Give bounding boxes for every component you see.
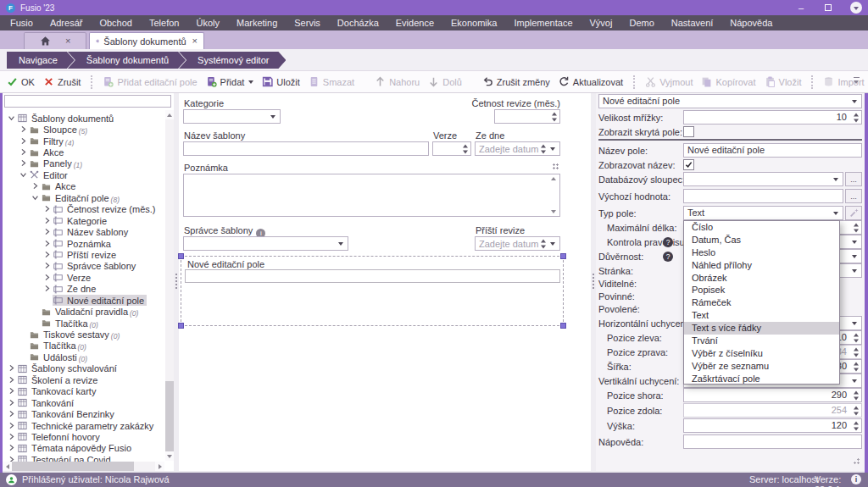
prop-text-input[interactable]: [683, 189, 843, 203]
designer-field-input[interactable]: [185, 269, 560, 283]
spinner-icon[interactable]: [854, 333, 859, 342]
ellipsis-button[interactable]: ...: [845, 189, 862, 203]
tree-vertical-scrollbar[interactable]: [165, 110, 174, 461]
menu-item[interactable]: Obchod: [91, 15, 141, 30]
nazev-sablony-input[interactable]: [183, 141, 429, 156]
tree-item[interactable]: Události(0): [3, 351, 164, 362]
chevron-right-icon[interactable]: [43, 285, 53, 293]
resize-grip-icon[interactable]: [553, 163, 559, 169]
chevron-right-icon[interactable]: [8, 364, 17, 373]
resize-grip-icon[interactable]: [854, 458, 860, 464]
minimize-button[interactable]: –: [788, 0, 814, 15]
tree-item[interactable]: Verze: [3, 272, 164, 283]
tree-item[interactable]: Tankování Benzinky: [3, 408, 164, 419]
chevron-right-icon[interactable]: [8, 387, 17, 396]
tree-search-input[interactable]: [4, 95, 171, 108]
breadcrumb-item[interactable]: Systémový editor: [179, 52, 286, 69]
dropdown-option[interactable]: Náhled přílohy: [684, 259, 839, 272]
spinner-icon[interactable]: [854, 390, 859, 400]
chevron-right-icon[interactable]: [43, 251, 53, 259]
chevron-right-icon[interactable]: [43, 228, 53, 236]
tree-item[interactable]: Akce: [3, 181, 164, 192]
chevron-down-icon[interactable]: [31, 194, 41, 202]
tree-item[interactable]: Šablony schvalování: [3, 363, 164, 374]
chevron-right-icon[interactable]: [19, 125, 29, 134]
chevron-right-icon[interactable]: [8, 376, 17, 385]
dropdown-option[interactable]: Výběr ze seznamu: [684, 360, 839, 373]
menu-item[interactable]: Úkoly: [187, 15, 228, 30]
chevron-right-icon[interactable]: [43, 205, 53, 213]
scroll-down-button[interactable]: [165, 451, 174, 461]
scroll-left-button[interactable]: [3, 462, 12, 471]
spinner-icon[interactable]: [854, 347, 859, 357]
menu-item[interactable]: Evidence: [387, 15, 442, 30]
toolbar-button[interactable]: Zrušit: [39, 74, 86, 90]
selected-designer-element[interactable]: Nové editační pole: [181, 256, 564, 326]
chevron-right-icon[interactable]: [8, 399, 17, 407]
textarea-scroll-arrows[interactable]: [550, 177, 557, 213]
chevron-right-icon[interactable]: [31, 182, 41, 191]
chevron-down-icon[interactable]: [8, 114, 17, 123]
tree-item[interactable]: Panely(1): [3, 158, 164, 169]
pristi-revize-date-input[interactable]: Zadejte datum: [475, 236, 560, 251]
dropdown-option[interactable]: Popisek: [684, 284, 839, 296]
prop-text-input[interactable]: [683, 434, 862, 449]
maximize-button[interactable]: [815, 0, 841, 15]
tree-item[interactable]: Příští revize: [3, 249, 164, 260]
chevron-right-icon[interactable]: [8, 410, 17, 418]
dropdown-option[interactable]: Obrázek: [684, 272, 839, 285]
tree-horizontal-scrollbar[interactable]: [3, 462, 164, 471]
menu-item[interactable]: Nastavení: [663, 15, 722, 30]
menu-item[interactable]: Ekonomika: [442, 15, 505, 30]
prop-checkbox[interactable]: [683, 126, 694, 137]
resize-handle[interactable]: [178, 323, 184, 329]
spinner-icon[interactable]: [552, 112, 557, 121]
tree-item[interactable]: Poznámka: [3, 238, 164, 249]
chevron-right-icon[interactable]: [43, 262, 53, 270]
tree-item[interactable]: Validační pravidla(0): [3, 306, 164, 317]
chevron-right-icon[interactable]: [19, 159, 29, 168]
tab-close-icon[interactable]: ×: [65, 36, 70, 46]
prop-spin-input[interactable]: 254: [683, 403, 862, 418]
tree-item[interactable]: Kategorie: [3, 215, 164, 226]
breadcrumb-item[interactable]: Navigace: [7, 52, 75, 69]
menu-collapse-button[interactable]: [850, 2, 862, 14]
element-selector-combobox[interactable]: Nové editační pole: [598, 94, 862, 108]
prop-spin-input[interactable]: 10: [683, 110, 862, 125]
tree-item[interactable]: Témata nápovědy Fusio: [3, 443, 164, 454]
toolbar-button[interactable]: Přidat: [202, 74, 259, 90]
menu-item[interactable]: Vývoj: [581, 15, 621, 30]
scroll-up-button[interactable]: [165, 110, 174, 119]
info-icon[interactable]: i: [851, 474, 861, 484]
dropdown-option[interactable]: Rámeček: [684, 296, 839, 309]
dropdown-option[interactable]: Text s více řádky: [684, 322, 839, 335]
kategorie-combobox[interactable]: [183, 109, 281, 124]
prop-combobox[interactable]: [683, 172, 843, 186]
chevron-right-icon[interactable]: [43, 274, 53, 282]
tree-item[interactable]: Šablony dokumentů: [3, 113, 164, 124]
resize-handle[interactable]: [560, 253, 566, 259]
menu-item[interactable]: Servis: [286, 15, 329, 30]
dropdown-option[interactable]: Text: [684, 309, 839, 322]
ze-dne-date-input[interactable]: Zadejte datum: [475, 141, 560, 156]
tree-item[interactable]: Filtry(4): [3, 136, 164, 147]
prop-combobox[interactable]: Text: [683, 206, 843, 220]
poznamka-textarea[interactable]: [183, 174, 560, 217]
scroll-right-button[interactable]: [155, 462, 164, 471]
dropdown-option[interactable]: Zaškrtávací pole: [684, 373, 839, 385]
resize-handle[interactable]: [560, 323, 566, 329]
menu-item[interactable]: Nápověda: [721, 15, 781, 30]
spinner-icon[interactable]: [854, 113, 859, 122]
tree-item[interactable]: Tankovací karty: [3, 386, 164, 397]
toolbar-overflow-button[interactable]: [853, 76, 861, 86]
resize-handle[interactable]: [178, 253, 184, 259]
chevron-right-icon[interactable]: [8, 433, 17, 441]
tab-close-icon[interactable]: ×: [192, 36, 198, 46]
chevron-right-icon[interactable]: [43, 217, 53, 225]
spinner-icon[interactable]: [854, 421, 859, 430]
tree-item[interactable]: Tiskové sestavy(0): [3, 329, 164, 340]
spinner-icon[interactable]: [541, 239, 546, 248]
tree-item[interactable]: Technické parametry zakázky: [3, 420, 164, 431]
cetnost-revize-input[interactable]: [494, 109, 560, 124]
menu-item[interactable]: Demo: [620, 15, 662, 30]
